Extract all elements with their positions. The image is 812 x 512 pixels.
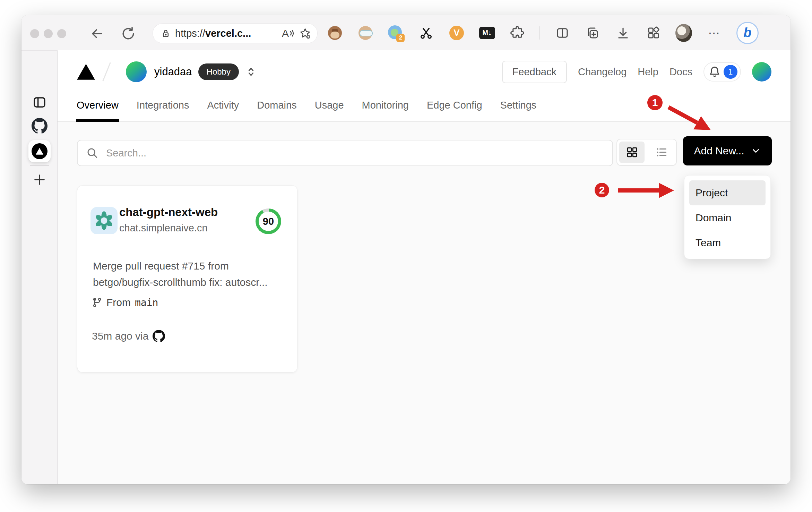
vercel-logo[interactable] [77, 64, 95, 80]
commit-line-1: Merge pull request #715 from [93, 258, 268, 274]
bing-chat-icon[interactable]: b [736, 22, 759, 44]
tab-integrations[interactable]: Integrations [136, 100, 190, 122]
vercel-content: Add New... Project Domain Team [58, 122, 791, 484]
toolbar-divider [539, 26, 540, 40]
profile-avatar[interactable] [675, 25, 692, 41]
sidebar-divider [30, 165, 49, 166]
screenshot-root: https://vercel.c... A 2 V M↓ [0, 0, 812, 512]
extensions-puzzle-icon[interactable] [509, 25, 526, 41]
breadcrumb-slash [102, 62, 111, 82]
browser-toolbar: https://vercel.c... A 2 V M↓ [21, 15, 791, 50]
project-card[interactable]: chat-gpt-next-web chat.simplenaive.cn 90… [77, 185, 297, 373]
translate-badge: 2 [396, 34, 405, 42]
read-aloud-icon[interactable]: A [282, 27, 295, 39]
deploy-time: 35m ago via [92, 330, 148, 342]
project-name[interactable]: chat-gpt-next-web [119, 206, 218, 219]
deploy-meta: 35m ago via [92, 330, 165, 342]
bell-icon [708, 66, 721, 78]
commit-line-2: betgo/bugfix-scrollthumb fix: autoscr... [93, 274, 268, 290]
commit-message: Merge pull request #715 from betgo/bugfi… [93, 258, 268, 290]
close-window-button[interactable] [30, 29, 39, 38]
changelog-link[interactable]: Changelog [578, 66, 627, 78]
branch-row: From main [92, 297, 158, 308]
split-screen-icon[interactable] [554, 25, 571, 41]
v-extension-icon[interactable]: V [448, 25, 465, 41]
plan-badge: Hobby [198, 63, 239, 80]
grid-view-icon [625, 146, 639, 159]
vercel-page: yidadaa Hobby Feedback Changelog Help Do… [58, 50, 791, 484]
tab-activity[interactable]: Activity [206, 100, 240, 122]
more-menu-icon[interactable]: ⋯ [706, 25, 723, 41]
add-new-dropdown: Project Domain Team [684, 175, 771, 259]
lock-icon [161, 28, 171, 39]
grid-view-button[interactable] [619, 142, 645, 163]
url-host: vercel.c... [205, 28, 251, 39]
project-search[interactable] [77, 140, 613, 166]
view-toggle [616, 139, 677, 166]
from-label: From [106, 297, 131, 308]
dropdown-item-team[interactable]: Team [689, 230, 766, 255]
vercel-tabs: Overview Integrations Activity Domains U… [76, 100, 537, 122]
markdown-download-extension-icon[interactable]: M↓ [479, 25, 495, 41]
apps-grid-icon[interactable] [645, 25, 662, 41]
help-link[interactable]: Help [638, 66, 658, 78]
tab-settings[interactable]: Settings [500, 100, 537, 122]
search-icon [86, 147, 98, 159]
search-input[interactable] [106, 147, 604, 159]
url-text: https://vercel.c... [175, 28, 278, 39]
notifications-button[interactable]: 1 [703, 62, 741, 82]
vercel-sidebar-item-active[interactable] [28, 140, 51, 162]
back-icon[interactable] [89, 26, 105, 41]
translate-extension-icon[interactable]: 2 [387, 25, 404, 41]
team-selector-icon[interactable] [245, 66, 257, 78]
docs-link[interactable]: Docs [670, 66, 692, 78]
refresh-icon[interactable] [121, 26, 136, 41]
tab-usage[interactable]: Usage [314, 100, 345, 122]
add-new-button[interactable]: Add New... [683, 136, 772, 165]
new-tab-plus-icon[interactable] [33, 173, 46, 187]
git-branch-icon [92, 297, 102, 308]
user-avatar[interactable] [752, 62, 771, 82]
score-gauge: 90 [256, 208, 281, 234]
feedback-button[interactable]: Feedback [502, 61, 567, 83]
team-switcher: yidadaa Hobby [77, 59, 257, 84]
list-view-icon [655, 146, 668, 159]
chevron-down-icon [751, 146, 761, 156]
tab-edge-config[interactable]: Edge Config [426, 100, 483, 122]
header-actions: Feedback Changelog Help Docs 1 [502, 59, 771, 84]
dropdown-item-project[interactable]: Project [689, 180, 766, 205]
project-domain[interactable]: chat.simplenaive.cn [119, 222, 218, 234]
add-new-label: Add New... [694, 145, 744, 157]
list-view-button[interactable] [649, 142, 674, 163]
dropdown-item-domain[interactable]: Domain [689, 205, 766, 230]
sidebar-toggle-icon[interactable] [32, 95, 47, 110]
window-controls[interactable] [30, 29, 66, 38]
team-name: yidadaa [154, 66, 192, 78]
project-icon [90, 207, 118, 234]
downloads-icon[interactable] [615, 25, 631, 41]
toolbar-icons: 2 V M↓ [327, 15, 759, 50]
github-sidebar-icon[interactable] [32, 118, 47, 134]
url-scheme: https:// [175, 28, 205, 39]
tab-overview[interactable]: Overview [76, 100, 119, 122]
favorite-star-icon[interactable] [299, 27, 311, 39]
browser-sidebar [21, 50, 58, 484]
tab-domains[interactable]: Domains [256, 100, 297, 122]
score-value: 90 [259, 212, 278, 231]
scissors-extension-icon[interactable] [418, 25, 434, 41]
openai-logo-icon [94, 211, 114, 231]
branch-name: main [135, 297, 158, 308]
tampermonkey-extension-icon[interactable] [327, 25, 343, 41]
browser-window: https://vercel.c... A 2 V M↓ [21, 15, 791, 484]
notification-count-badge: 1 [724, 65, 737, 79]
vercel-favicon [32, 143, 47, 159]
vercel-header: yidadaa Hobby Feedback Changelog Help Do… [58, 50, 791, 122]
collections-icon[interactable] [584, 25, 601, 41]
zoom-window-button[interactable] [57, 29, 66, 38]
minimize-window-button[interactable] [44, 29, 53, 38]
address-bar[interactable]: https://vercel.c... A [153, 23, 318, 43]
team-avatar[interactable] [126, 61, 147, 82]
tab-monitoring[interactable]: Monitoring [361, 100, 409, 122]
face-extension-icon[interactable] [357, 25, 374, 41]
github-icon [153, 330, 165, 342]
